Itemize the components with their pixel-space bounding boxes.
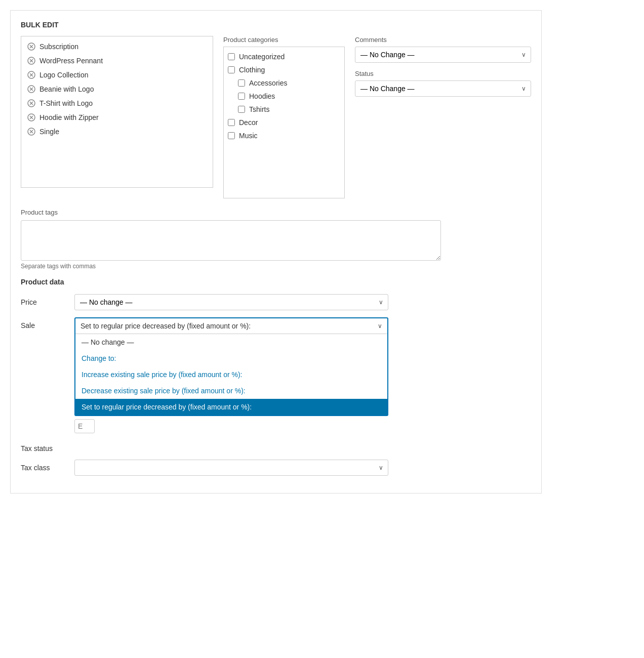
list-item-label: WordPress Pennant bbox=[39, 57, 103, 65]
top-section: Subscription WordPress Pennant Logo Coll… bbox=[21, 36, 531, 198]
price-row: Price — No change — bbox=[21, 294, 531, 310]
product-data-title: Product data bbox=[21, 278, 531, 286]
remove-icon[interactable] bbox=[27, 43, 35, 51]
category-label: Accessories bbox=[249, 79, 287, 87]
status-select-wrapper: — No Change — bbox=[355, 80, 531, 97]
comments-label: Comments bbox=[355, 36, 531, 44]
category-checkbox[interactable] bbox=[228, 53, 235, 60]
list-item-label: Hoodie with Zipper bbox=[39, 113, 99, 121]
category-checkbox[interactable] bbox=[238, 93, 245, 100]
product-tags-section: Product tags Separate tags with commas bbox=[21, 209, 531, 270]
status-label: Status bbox=[355, 70, 531, 77]
list-item[interactable]: Single bbox=[21, 125, 213, 139]
category-item[interactable]: Hoodies bbox=[224, 90, 344, 103]
category-label: Tshirts bbox=[249, 105, 269, 113]
category-label: Decor bbox=[239, 118, 258, 127]
price-content: — No change — bbox=[74, 294, 388, 310]
chevron-down-icon: ∨ bbox=[378, 322, 382, 330]
list-item[interactable]: WordPress Pennant bbox=[21, 54, 213, 68]
list-item-label: T-Shirt with Logo bbox=[39, 99, 93, 107]
sale-option[interactable]: Change to: bbox=[75, 350, 387, 366]
bulk-edit-panel: BULK EDIT Subscription Wo bbox=[10, 10, 542, 494]
remove-icon[interactable] bbox=[27, 113, 35, 121]
list-item[interactable]: Subscription bbox=[21, 39, 213, 54]
product-data-section: Product data Price — No change — Sale Se… bbox=[21, 278, 531, 476]
sale-select-open[interactable]: Set to regular price decreased by (fixed… bbox=[74, 317, 388, 416]
remove-icon[interactable] bbox=[27, 71, 35, 79]
category-checkbox[interactable] bbox=[238, 106, 245, 113]
sale-label: Sale bbox=[21, 317, 66, 330]
remove-icon[interactable] bbox=[27, 57, 35, 65]
list-item[interactable]: Beanie with Logo bbox=[21, 82, 213, 96]
tax-class-label: Tax class bbox=[21, 460, 66, 472]
tax-class-select-wrapper bbox=[74, 460, 388, 476]
tax-class-row: Tax class bbox=[21, 460, 531, 476]
sale-selected-value: Set to regular price decreased by (fixed… bbox=[80, 322, 251, 330]
sale-option[interactable]: Increase existing sale price by (fixed a… bbox=[75, 366, 387, 383]
list-item-label: Beanie with Logo bbox=[39, 85, 94, 93]
comments-select[interactable]: — No Change — bbox=[355, 47, 531, 63]
categories-list[interactable]: Uncategorized Clothing Accessories Hoodi… bbox=[223, 47, 345, 198]
category-checkbox[interactable] bbox=[228, 132, 235, 139]
category-item[interactable]: Accessories bbox=[224, 76, 344, 90]
category-label: Hoodies bbox=[249, 92, 275, 100]
category-label: Clothing bbox=[239, 66, 265, 74]
sale-option[interactable]: Decrease existing sale price by (fixed a… bbox=[75, 383, 387, 399]
remove-icon[interactable] bbox=[27, 99, 35, 107]
category-label: Uncategorized bbox=[239, 53, 285, 61]
list-item[interactable]: Hoodie with Zipper bbox=[21, 110, 213, 125]
list-item-label: Logo Collection bbox=[39, 71, 89, 79]
product-tags-label: Product tags bbox=[21, 209, 531, 216]
sale-dropdown-options: — No change —Change to:Increase existing… bbox=[75, 334, 387, 415]
categories-column: Product categories Uncategorized Clothin… bbox=[223, 36, 345, 198]
tax-class-select[interactable] bbox=[74, 460, 388, 476]
category-checkbox[interactable] bbox=[228, 119, 235, 126]
bulk-edit-title: BULK EDIT bbox=[21, 21, 531, 29]
product-categories-label: Product categories bbox=[223, 36, 345, 44]
category-checkbox[interactable] bbox=[238, 79, 245, 87]
category-item[interactable]: Decor bbox=[224, 116, 344, 129]
list-item-label: Single bbox=[39, 128, 59, 136]
sale-option[interactable]: Set to regular price decreased by (fixed… bbox=[75, 399, 387, 415]
tax-status-label: Tax status bbox=[21, 440, 66, 453]
sale-option[interactable]: — No change — bbox=[75, 334, 387, 350]
tax-class-content bbox=[74, 460, 388, 476]
price-select[interactable]: — No change — bbox=[74, 294, 388, 310]
list-item-label: Subscription bbox=[39, 43, 78, 51]
category-item[interactable]: Clothing bbox=[224, 63, 344, 76]
category-item[interactable]: Music bbox=[224, 129, 344, 142]
status-select[interactable]: — No Change — bbox=[355, 80, 531, 97]
product-list-column: Subscription WordPress Pennant Logo Coll… bbox=[21, 36, 213, 198]
sale-select-header[interactable]: Set to regular price decreased by (fixed… bbox=[75, 318, 387, 334]
category-label: Music bbox=[239, 132, 258, 140]
tax-status-row: Tax status bbox=[21, 440, 531, 453]
comments-status-column: Comments — No Change — Status — No Chang… bbox=[355, 36, 531, 198]
category-checkbox[interactable] bbox=[228, 66, 235, 73]
sale-row: Sale Set to regular price decreased by (… bbox=[21, 317, 531, 433]
price-label: Price bbox=[21, 294, 66, 306]
list-item[interactable]: T-Shirt with Logo bbox=[21, 96, 213, 110]
sale-amount-input[interactable] bbox=[74, 419, 95, 433]
product-tags-input[interactable] bbox=[21, 220, 441, 261]
category-item[interactable]: Uncategorized bbox=[224, 50, 344, 63]
tags-hint: Separate tags with commas bbox=[21, 263, 531, 270]
sale-content: Set to regular price decreased by (fixed… bbox=[74, 317, 388, 433]
product-list[interactable]: Subscription WordPress Pennant Logo Coll… bbox=[21, 36, 213, 188]
comments-select-wrapper: — No Change — bbox=[355, 47, 531, 63]
list-item[interactable]: Logo Collection bbox=[21, 68, 213, 82]
category-item[interactable]: Tshirts bbox=[224, 103, 344, 116]
remove-icon[interactable] bbox=[27, 128, 35, 136]
remove-icon[interactable] bbox=[27, 85, 35, 93]
price-select-wrapper: — No change — bbox=[74, 294, 388, 310]
